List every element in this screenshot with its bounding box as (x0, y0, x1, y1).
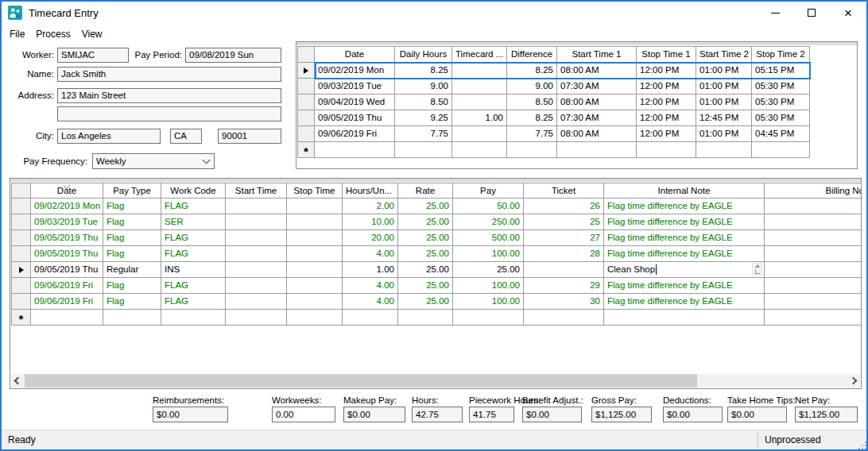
grid-cell[interactable]: 12:00 PM (637, 63, 696, 79)
grid-cell[interactable]: 4.00 (343, 278, 398, 294)
grid-cell[interactable]: 1.00 (343, 262, 398, 278)
grid-cell[interactable]: 09/04/2019 Wed (315, 94, 395, 110)
new-row-selector[interactable]: * (11, 310, 31, 326)
grid-corner[interactable] (11, 183, 31, 199)
grid-cell[interactable] (557, 142, 637, 158)
city-field[interactable]: Los Angeles (57, 129, 161, 144)
column-header[interactable]: Stop Time (287, 183, 343, 199)
scroll-left-button[interactable] (11, 374, 25, 387)
grid-cell[interactable] (765, 230, 862, 246)
grid-cell[interactable]: FLAG (161, 294, 226, 310)
grid-cell[interactable]: 27 (524, 230, 604, 246)
deductions-field[interactable]: $0.00 (663, 407, 723, 422)
grid-cell[interactable]: Flag time difference by EAGLE (604, 294, 765, 310)
grid-cell[interactable]: Flag time difference by EAGLE (604, 246, 765, 262)
row-selector[interactable] (297, 63, 315, 79)
grid-cell[interactable]: 100.00 (453, 294, 524, 310)
grid-cell[interactable]: Flag time difference by EAGLE (604, 214, 765, 230)
grid-cell[interactable]: 05:30 PM (752, 94, 810, 110)
grid-cell[interactable]: 09/05/2019 Thu (31, 246, 103, 262)
grid-cell[interactable] (453, 310, 524, 326)
grid-cell[interactable] (524, 262, 604, 278)
timecard-detail-grid[interactable]: DatePay TypeWork CodeStart TimeStop Time… (10, 178, 862, 389)
row-selector[interactable] (297, 126, 315, 142)
hours-field[interactable]: 42.75 (412, 407, 463, 422)
grid-cell[interactable]: 7.75 (395, 126, 452, 142)
grid-cell[interactable]: 28 (524, 246, 604, 262)
column-header[interactable]: Internal Note (604, 183, 765, 199)
grid-cell[interactable] (524, 310, 604, 326)
grid-cell[interactable]: 25.00 (398, 230, 453, 246)
grid-cell[interactable] (226, 262, 287, 278)
column-header[interactable]: Pay (453, 183, 524, 199)
grid-cell[interactable]: 12:00 PM (637, 126, 696, 142)
grid-cell[interactable]: FLAG (161, 230, 226, 246)
grid-cell[interactable]: 9.25 (395, 110, 452, 126)
menu-view[interactable]: View (76, 27, 108, 41)
grid-cell[interactable] (226, 278, 287, 294)
grid-cell[interactable] (452, 94, 507, 110)
grid-cell[interactable] (765, 246, 862, 262)
grid-cell[interactable]: Flag (103, 230, 161, 246)
grid-cell[interactable]: 8.50 (507, 94, 557, 110)
grid-cell[interactable]: 08:00 AM (557, 63, 637, 79)
grid-cell[interactable]: 8.25 (507, 63, 557, 79)
column-header[interactable]: Rate (398, 183, 453, 199)
grid-cell[interactable] (287, 230, 343, 246)
worker-field[interactable]: SMIJAC (57, 48, 129, 63)
piecework-hours-field[interactable]: 41.75 (469, 407, 514, 422)
column-header[interactable]: Daily Hours (395, 46, 452, 63)
grid-cell[interactable]: 04:45 PM (752, 126, 810, 142)
grid-cell[interactable]: 05:15 PM (752, 63, 810, 79)
grid-cell[interactable] (103, 310, 161, 326)
grid-cell[interactable]: 9.00 (395, 79, 452, 94)
note-expand-button[interactable] (752, 263, 762, 276)
address-field[interactable]: 123 Main Street (57, 88, 281, 103)
grid-cell[interactable]: 100.00 (453, 246, 524, 262)
row-selector[interactable] (11, 214, 31, 230)
column-header[interactable]: Hours/Un... (343, 183, 398, 199)
pay-period-field[interactable]: 09/08/2019 Sun (185, 48, 281, 63)
grid-cell[interactable]: 09/06/2019 Fri (31, 294, 103, 310)
grid-cell[interactable] (226, 246, 287, 262)
grid-cell[interactable]: 20.00 (343, 230, 398, 246)
grid-cell[interactable]: 05:30 PM (752, 79, 810, 94)
scrollbar-thumb[interactable] (25, 374, 697, 387)
grid-cell[interactable] (398, 310, 453, 326)
grid-cell[interactable]: 25.00 (398, 294, 453, 310)
grid-cell[interactable] (287, 262, 343, 278)
grid-cell[interactable] (343, 310, 398, 326)
menu-process[interactable]: Process (30, 27, 76, 41)
grid-cell[interactable] (507, 142, 557, 158)
grid-cell[interactable] (752, 142, 810, 158)
grid-cell[interactable]: 26 (524, 199, 604, 214)
row-selector[interactable] (297, 110, 315, 126)
grid-cell[interactable] (452, 142, 507, 158)
row-selector[interactable] (11, 246, 31, 262)
grid-cell[interactable]: 30 (524, 294, 604, 310)
column-header[interactable]: Stop Time 1 (637, 46, 696, 63)
grid-cell[interactable]: FLAG (161, 278, 226, 294)
column-header[interactable]: Difference (507, 46, 557, 63)
grid-cell[interactable]: SER (161, 214, 226, 230)
grid-cell[interactable] (226, 214, 287, 230)
column-header[interactable]: Date (315, 46, 395, 63)
grid-cell[interactable]: 2.00 (343, 199, 398, 214)
zip-field[interactable]: 90001 (218, 129, 281, 144)
pay-frequency-select[interactable]: Weekly (92, 153, 215, 169)
grid-cell[interactable] (226, 310, 287, 326)
grid-cell[interactable] (765, 294, 862, 310)
grid-cell[interactable]: 07:30 AM (557, 79, 637, 94)
row-selector[interactable] (297, 79, 315, 94)
grid-cell[interactable] (395, 142, 452, 158)
grid-cell[interactable] (765, 262, 862, 278)
grid-cell[interactable]: 07:30 AM (557, 110, 637, 126)
row-selector[interactable] (11, 294, 31, 310)
grid-cell[interactable]: 01:00 PM (696, 94, 752, 110)
column-header[interactable]: Start Time 2 (696, 46, 752, 63)
grid-cell[interactable]: 09/05/2019 Thu (315, 110, 395, 126)
resize-grip-icon[interactable] (862, 445, 863, 446)
grid-cell[interactable]: 12:45 PM (696, 110, 752, 126)
grid-cell[interactable]: 4.00 (343, 246, 398, 262)
grid-cell[interactable] (452, 126, 507, 142)
